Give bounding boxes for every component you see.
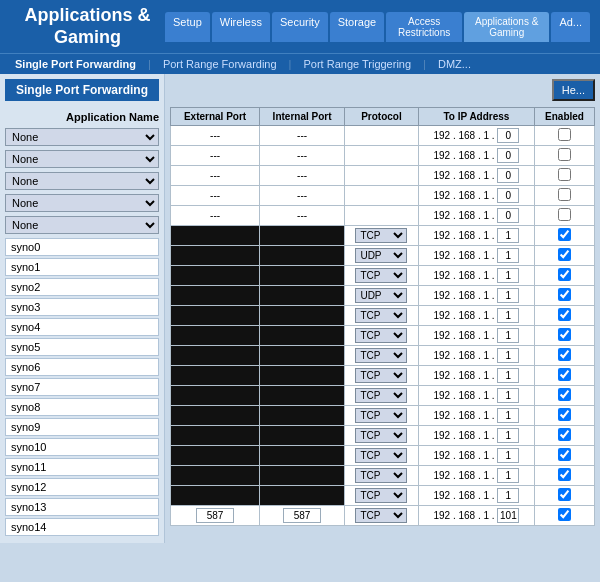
app-select-3[interactable]: None: [5, 194, 159, 212]
enabled-checkbox[interactable]: [558, 368, 571, 381]
ip-last-input[interactable]: [497, 508, 519, 523]
ip-last-input[interactable]: [497, 448, 519, 463]
list-item-syno6[interactable]: syno6: [5, 358, 159, 376]
protocol-select[interactable]: TCPUDPBoth: [355, 308, 407, 323]
enabled-checkbox[interactable]: [558, 208, 571, 221]
app-select-1[interactable]: None: [5, 150, 159, 168]
list-item-syno11[interactable]: syno11: [5, 458, 159, 476]
list-item-syno2[interactable]: syno2: [5, 278, 159, 296]
enabled-checkbox[interactable]: [558, 348, 571, 361]
nav-applications-gaming[interactable]: Applications & Gaming: [464, 12, 549, 42]
ip-last-input[interactable]: [497, 228, 519, 243]
ip-last-input[interactable]: [497, 208, 519, 223]
ip-last-input[interactable]: [497, 188, 519, 203]
list-item-syno7[interactable]: syno7: [5, 378, 159, 396]
enabled-checkbox[interactable]: [558, 468, 571, 481]
ip-last-input[interactable]: [497, 488, 519, 503]
ip-last-input[interactable]: [497, 128, 519, 143]
protocol-select[interactable]: TCPUDPBoth: [355, 328, 407, 343]
protocol-select[interactable]: TCPUDPBoth: [355, 248, 407, 263]
ip-last-input[interactable]: [497, 248, 519, 263]
enabled-checkbox[interactable]: [558, 268, 571, 281]
app-select-4[interactable]: None: [5, 216, 159, 234]
enabled-checkbox[interactable]: [558, 308, 571, 321]
sidebar-select-4[interactable]: None: [5, 216, 159, 234]
list-item-syno10[interactable]: syno10: [5, 438, 159, 456]
list-item-syno14[interactable]: syno14: [5, 518, 159, 536]
protocol-select[interactable]: TCPUDPBoth: [355, 388, 407, 403]
enabled-checkbox[interactable]: [558, 488, 571, 501]
ip-last-input[interactable]: [497, 148, 519, 163]
nav-more[interactable]: Ad...: [551, 12, 590, 42]
ip-last-input[interactable]: [497, 348, 519, 363]
enabled-checkbox[interactable]: [558, 188, 571, 201]
enabled-checkbox[interactable]: [558, 328, 571, 341]
int-port-input[interactable]: [283, 508, 321, 523]
ip-cell: 192 . 168 . 1 .: [418, 406, 534, 426]
protocol-select[interactable]: TCPUDPBoth: [355, 288, 407, 303]
enabled-checkbox[interactable]: [558, 508, 571, 521]
protocol-select[interactable]: TCPUDPBoth: [355, 348, 407, 363]
list-item-syno3[interactable]: syno3: [5, 298, 159, 316]
protocol-select[interactable]: TCPUDPBoth: [355, 268, 407, 283]
nav-wireless[interactable]: Wireless: [212, 12, 270, 42]
enabled-checkbox[interactable]: [558, 428, 571, 441]
list-item-syno4[interactable]: syno4: [5, 318, 159, 336]
list-item-syno5[interactable]: syno5: [5, 338, 159, 356]
ip-last-input[interactable]: [497, 288, 519, 303]
protocol-select[interactable]: TCPUDPBoth: [355, 368, 407, 383]
enabled-checkbox[interactable]: [558, 448, 571, 461]
ip-last-input[interactable]: [497, 368, 519, 383]
enabled-cell: [535, 126, 595, 146]
ip-last-input[interactable]: [497, 428, 519, 443]
protocol-select[interactable]: TCPUDPBoth: [355, 408, 407, 423]
list-item-syno13[interactable]: syno13: [5, 498, 159, 516]
ip-last-input[interactable]: [497, 408, 519, 423]
enabled-checkbox[interactable]: [558, 288, 571, 301]
ip-last-input[interactable]: [497, 468, 519, 483]
protocol-select[interactable]: TCPUDPBoth: [355, 508, 407, 523]
protocol-select[interactable]: TCPUDPBoth: [355, 468, 407, 483]
protocol-select[interactable]: TCPUDPBoth: [355, 448, 407, 463]
nav-setup[interactable]: Setup: [165, 12, 210, 42]
ext-port-input[interactable]: [196, 508, 234, 523]
list-item-syno8[interactable]: syno8: [5, 398, 159, 416]
subnav-single-port[interactable]: Single Port Forwarding: [5, 54, 146, 74]
nav-access-restrictions[interactable]: Access Restrictions: [386, 12, 462, 42]
list-item-syno12[interactable]: syno12: [5, 478, 159, 496]
protocol-select[interactable]: TCPUDPBoth: [355, 428, 407, 443]
sidebar-select-2[interactable]: None: [5, 172, 159, 190]
list-item-syno0[interactable]: syno0: [5, 238, 159, 256]
enabled-checkbox[interactable]: [558, 248, 571, 261]
app-select-0[interactable]: None: [5, 128, 159, 146]
enabled-checkbox[interactable]: [558, 388, 571, 401]
ip-last-input[interactable]: [497, 328, 519, 343]
list-item-syno1[interactable]: syno1: [5, 258, 159, 276]
enabled-checkbox[interactable]: [558, 148, 571, 161]
nav-security[interactable]: Security: [272, 12, 328, 42]
ext-port-black: [171, 326, 260, 346]
sidebar-select-0[interactable]: None: [5, 128, 159, 146]
subnav-port-triggering[interactable]: Port Range Triggering: [293, 54, 421, 74]
ip-cell: 192 . 168 . 1 .: [418, 306, 534, 326]
list-item-syno9[interactable]: syno9: [5, 418, 159, 436]
enabled-checkbox[interactable]: [558, 128, 571, 141]
subnav-dmz[interactable]: DMZ...: [428, 54, 481, 74]
ip-last-input[interactable]: [497, 308, 519, 323]
app-select-2[interactable]: None: [5, 172, 159, 190]
protocol-select[interactable]: TCPUDPBoth: [355, 228, 407, 243]
sidebar-select-3[interactable]: None: [5, 194, 159, 212]
title-line1: Applications &: [10, 5, 165, 27]
ip-last-input[interactable]: [497, 388, 519, 403]
enabled-checkbox[interactable]: [558, 168, 571, 181]
sidebar-select-1[interactable]: None: [5, 150, 159, 168]
enabled-checkbox[interactable]: [558, 228, 571, 241]
ip-last-input[interactable]: [497, 168, 519, 183]
enabled-checkbox[interactable]: [558, 408, 571, 421]
subnav-port-range[interactable]: Port Range Forwarding: [153, 54, 287, 74]
nav-storage[interactable]: Storage: [330, 12, 385, 42]
ip-last-input[interactable]: [497, 268, 519, 283]
protocol-select[interactable]: TCPUDPBoth: [355, 488, 407, 503]
int-port-black: [260, 246, 345, 266]
help-button[interactable]: He...: [552, 79, 595, 101]
